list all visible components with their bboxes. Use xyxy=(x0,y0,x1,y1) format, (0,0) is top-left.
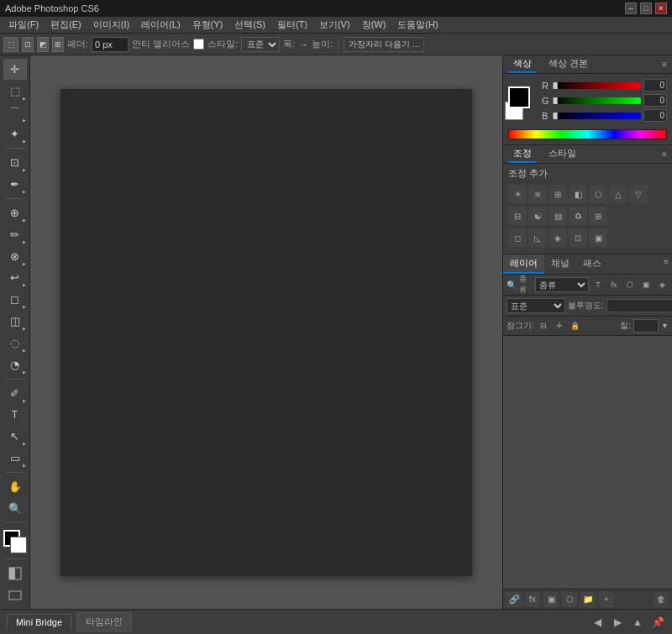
feather-input[interactable] xyxy=(92,37,129,52)
menu-help[interactable]: 도움말(H) xyxy=(392,18,443,32)
rectangle-tool[interactable]: ▭ ▶ xyxy=(3,448,27,469)
gradient-tool[interactable]: ◫ ▶ xyxy=(3,311,27,332)
lasso-tool[interactable]: ⌒ ▶ xyxy=(3,102,27,123)
add-mask-btn[interactable]: ▣ xyxy=(543,592,559,607)
adj-icon-r3-4[interactable]: ⊡ xyxy=(569,228,587,247)
nav-up-btn[interactable]: ▲ xyxy=(630,615,645,630)
type-tool[interactable]: T xyxy=(3,405,27,426)
tool-options-icon3[interactable]: ◩ xyxy=(37,37,49,52)
adj-hsl-icon[interactable]: ⬡ xyxy=(589,185,607,203)
nav-prev-btn[interactable]: ◀ xyxy=(590,615,605,630)
adj-icon-r3-2[interactable]: ◺ xyxy=(528,228,547,247)
adj-icon-r3-1[interactable]: ◻ xyxy=(508,228,527,247)
clone-tool[interactable]: ⊗ ▶ xyxy=(3,246,27,267)
blur-tool[interactable]: ◌ ▶ xyxy=(3,333,27,354)
spectrum-bar[interactable] xyxy=(508,129,667,139)
b-value-input[interactable] xyxy=(643,109,667,122)
tab-styles[interactable]: 스타일 xyxy=(543,145,581,163)
tool-options-icon4[interactable]: ⊞ xyxy=(52,37,64,52)
menu-image[interactable]: 이미지(I) xyxy=(88,18,134,32)
r-slider[interactable] xyxy=(553,82,641,89)
background-color[interactable] xyxy=(10,537,27,553)
screen-mode-btn[interactable] xyxy=(3,584,27,605)
menu-window[interactable]: 창(W) xyxy=(357,18,391,32)
adj-icon-r3-5[interactable]: ▣ xyxy=(589,228,607,247)
hand-tool[interactable]: ✋ xyxy=(3,476,27,497)
refine-edge-button[interactable]: 가장자리 다음기 ... xyxy=(344,37,424,52)
adj-brightness-icon[interactable]: ☀ xyxy=(508,185,527,203)
blend-mode-select[interactable]: 표준 xyxy=(507,298,565,313)
tab-layers[interactable]: 레이어 xyxy=(503,254,544,274)
add-fx-btn[interactable]: fx xyxy=(525,592,540,607)
tab-color[interactable]: 색상 xyxy=(508,55,537,73)
adj-icon-r3-3[interactable]: ◈ xyxy=(549,228,567,247)
menu-view[interactable]: 보기(V) xyxy=(314,18,355,32)
path-select-tool[interactable]: ↖ ▶ xyxy=(3,426,27,447)
spot-heal-tool[interactable]: ⊕ ▶ xyxy=(3,202,27,223)
add-group-btn[interactable]: 📁 xyxy=(580,592,596,607)
quick-mask-btn[interactable] xyxy=(3,563,27,584)
menu-layer[interactable]: 레이어(L) xyxy=(136,18,185,32)
lock-move-btn[interactable]: ✛ xyxy=(553,319,566,333)
canvas-document[interactable] xyxy=(60,89,472,576)
add-link-btn[interactable]: 🔗 xyxy=(507,592,522,607)
brush-tool[interactable]: ✏ ▶ xyxy=(3,224,27,245)
style-select[interactable]: 표준 xyxy=(241,37,280,52)
mini-bridge-tab[interactable]: Mini Bridge xyxy=(7,614,71,630)
layers-panel-collapse[interactable]: ≡ xyxy=(660,254,672,274)
pen-tool[interactable]: ✐ ▶ xyxy=(3,383,27,404)
crop-tool[interactable]: ⊡ ▶ xyxy=(3,152,27,173)
tool-options-icon2[interactable]: ⊡ xyxy=(22,37,34,52)
adj-icon-r4[interactable]: ♻ xyxy=(569,207,587,225)
adj-colorbalance-icon[interactable]: ◧ xyxy=(569,185,587,203)
r-value-input[interactable] xyxy=(643,79,667,92)
antialias-checkbox[interactable] xyxy=(193,39,204,50)
menu-edit[interactable]: 편집(E) xyxy=(45,18,87,32)
panel-fg-color[interactable] xyxy=(508,86,530,108)
menu-select[interactable]: 선택(S) xyxy=(229,18,270,32)
b-slider[interactable] xyxy=(553,113,641,119)
adj-curves-icon[interactable]: ≋ xyxy=(528,185,547,203)
menu-type[interactable]: 유형(Y) xyxy=(187,18,228,32)
tab-channels[interactable]: 채널 xyxy=(544,254,576,274)
nav-pin-btn[interactable]: 📌 xyxy=(650,615,665,630)
quick-select-tool[interactable]: ✦ ▶ xyxy=(3,124,27,145)
layers-kind-select[interactable]: 종류 xyxy=(535,277,589,292)
fill-dropdown-icon[interactable]: ▼ xyxy=(661,322,669,330)
adj-icon-r5[interactable]: ⊞ xyxy=(589,207,607,225)
adj-more-icon1[interactable]: △ xyxy=(609,185,627,203)
g-slider[interactable] xyxy=(553,97,641,104)
maximize-button[interactable]: □ xyxy=(640,3,652,14)
adj-levels-icon[interactable]: ⊞ xyxy=(549,185,567,203)
adj-panel-collapse[interactable]: ≡ xyxy=(662,149,667,159)
adj-icon-r1[interactable]: ⊟ xyxy=(508,207,527,225)
zoom-tool[interactable]: 🔍 xyxy=(3,498,27,519)
adj-icon-r3[interactable]: ▤ xyxy=(549,207,567,225)
delete-layer-btn[interactable]: 🗑 xyxy=(654,592,669,607)
nav-next-btn[interactable]: ▶ xyxy=(610,615,625,630)
tool-options-icon[interactable]: ⬚ xyxy=(3,37,18,52)
add-adj-btn[interactable]: ⬡ xyxy=(562,592,577,607)
tab-adjustments[interactable]: 조정 xyxy=(508,145,537,163)
g-value-input[interactable] xyxy=(643,94,667,107)
lock-all-btn[interactable]: 🔒 xyxy=(569,319,582,333)
move-tool[interactable]: ✛ xyxy=(3,59,27,80)
menu-filter[interactable]: 필터(T) xyxy=(272,18,312,32)
opacity-input[interactable] xyxy=(606,299,672,312)
minimize-button[interactable]: ─ xyxy=(625,3,637,14)
tab-paths[interactable]: 패스 xyxy=(576,254,608,274)
add-layer-btn[interactable]: + xyxy=(599,592,614,607)
adj-more-icon2[interactable]: ▽ xyxy=(629,185,648,203)
history-brush-tool[interactable]: ↩ ▶ xyxy=(3,268,27,289)
tab-swatches[interactable]: 색상 견본 xyxy=(543,55,593,73)
eraser-tool[interactable]: ◻ ▶ xyxy=(3,289,27,310)
dodge-tool[interactable]: ◔ ▶ xyxy=(3,354,27,375)
fill-input[interactable] xyxy=(633,319,659,333)
eyedropper-tool[interactable]: ✒ ▶ xyxy=(3,174,27,195)
color-panel-collapse[interactable]: ≡ xyxy=(662,60,667,69)
adj-icon-r2[interactable]: ☯ xyxy=(528,207,547,225)
menu-file[interactable]: 파일(F) xyxy=(3,18,44,32)
marquee-tool[interactable]: ⬚ ▶ xyxy=(3,81,27,102)
lock-px-btn[interactable]: ⊟ xyxy=(537,319,550,333)
close-button[interactable]: ✕ xyxy=(655,3,667,14)
